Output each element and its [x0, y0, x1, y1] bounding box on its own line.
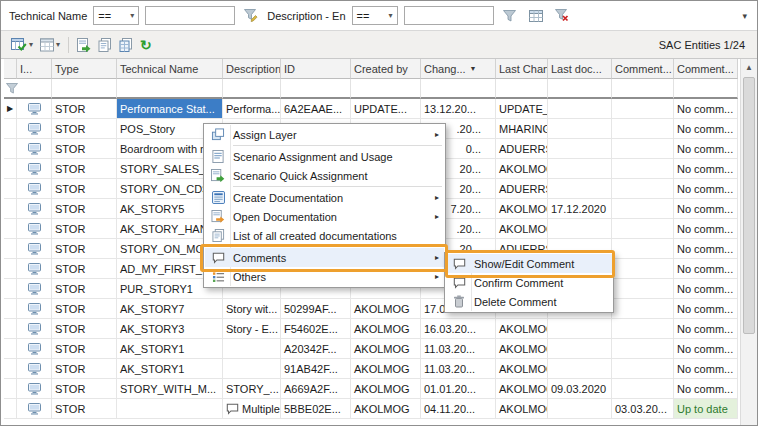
- entity-icon-cell[interactable]: [17, 259, 52, 279]
- cell-created-by[interactable]: AKOLMOG: [351, 359, 421, 379]
- cell-description[interactable]: Performa...: [223, 99, 281, 119]
- cell-comment-date[interactable]: [612, 159, 674, 179]
- view-selector-button[interactable]: ▾: [9, 34, 35, 56]
- cell-comment-status[interactable]: Up to date: [674, 399, 738, 419]
- cell-last-doc[interactable]: [548, 339, 612, 359]
- cell-description[interactable]: Multiple S...: [223, 399, 281, 419]
- cell-last-changed-by[interactable]: MHARING: [496, 119, 548, 139]
- entity-icon-cell[interactable]: [17, 219, 52, 239]
- cell-changed-on[interactable]: 13.12.20...: [421, 99, 496, 119]
- cell-last-doc[interactable]: [548, 159, 612, 179]
- entity-icon-cell[interactable]: [17, 119, 52, 139]
- description-filter-input[interactable]: [404, 6, 494, 25]
- cell-type[interactable]: STOR: [52, 179, 117, 199]
- filter-cell-last-doc[interactable]: [548, 79, 612, 99]
- cell-last-doc[interactable]: [548, 179, 612, 199]
- entity-icon-cell[interactable]: [17, 159, 52, 179]
- cell-technical-name[interactable]: [117, 399, 223, 419]
- cell-created-by[interactable]: AKOLMOG: [351, 339, 421, 359]
- filter-dialog-button[interactable]: [526, 6, 546, 26]
- header-last-changed-by[interactable]: Last Chan...: [496, 59, 548, 79]
- vertical-scrollbar[interactable]: ▲: [740, 59, 757, 425]
- cell-type[interactable]: STOR: [52, 299, 117, 319]
- export-button[interactable]: [75, 34, 93, 56]
- cell-comment-date[interactable]: [612, 119, 674, 139]
- cell-created-by[interactable]: UPDATE...: [351, 99, 421, 119]
- entity-icon-cell[interactable]: [17, 299, 52, 319]
- cell-description[interactable]: [223, 359, 281, 379]
- cell-comment-status[interactable]: No comm...: [674, 279, 738, 299]
- cell-comment-date[interactable]: [612, 359, 674, 379]
- cell-last-changed-by[interactable]: AKOLMOG: [496, 199, 548, 219]
- cell-last-changed-by[interactable]: AKOLMOG: [496, 339, 548, 359]
- entity-icon-cell[interactable]: [17, 319, 52, 339]
- entity-icon-cell[interactable]: [17, 359, 52, 379]
- cell-id[interactable]: 50299AF...: [281, 299, 351, 319]
- cell-comment-date[interactable]: [612, 259, 674, 279]
- cell-comment-date[interactable]: [612, 379, 674, 399]
- cell-type[interactable]: STOR: [52, 399, 117, 419]
- cell-comment-status[interactable]: No comm...: [674, 119, 738, 139]
- menu-item-confirm-comment[interactable]: Confirm Comment: [446, 273, 612, 292]
- filter-cell-created-by[interactable]: [351, 79, 421, 99]
- cell-comment-status[interactable]: No comm...: [674, 339, 738, 359]
- filter-cell-changed-on[interactable]: [421, 79, 496, 99]
- header-type[interactable]: Type: [52, 59, 117, 79]
- cell-last-changed-by[interactable]: AKOLMOG: [496, 379, 548, 399]
- cell-comment-status[interactable]: No comm...: [674, 299, 738, 319]
- panel-expand-caret-icon[interactable]: ▾: [742, 11, 749, 21]
- cell-type[interactable]: STOR: [52, 119, 117, 139]
- cell-technical-name[interactable]: STORY_WITH_M...: [117, 379, 223, 399]
- header-icon-col[interactable]: I...: [17, 59, 52, 79]
- cell-technical-name[interactable]: AK_STORY3: [117, 319, 223, 339]
- header-changed-on[interactable]: Chang...▼: [421, 59, 496, 79]
- scrollbar-thumb[interactable]: [743, 77, 755, 334]
- header-technical-name[interactable]: Technical Name: [117, 59, 223, 79]
- cell-comment-status[interactable]: No comm...: [674, 259, 738, 279]
- cell-comment-status[interactable]: No comm...: [674, 239, 738, 259]
- cell-type[interactable]: STOR: [52, 219, 117, 239]
- cell-comment-status[interactable]: No comm...: [674, 199, 738, 219]
- cell-comment-date[interactable]: [612, 179, 674, 199]
- cell-last-doc[interactable]: [548, 219, 612, 239]
- cell-changed-on[interactable]: 11.03.20...: [421, 339, 496, 359]
- cell-last-changed-by[interactable]: ADUERRS...: [496, 179, 548, 199]
- cell-technical-name[interactable]: AK_STORY7: [117, 299, 223, 319]
- cell-last-doc[interactable]: [548, 99, 612, 119]
- menu-item-others[interactable]: Others ▸: [205, 267, 444, 286]
- cell-last-changed-by[interactable]: AKOLMOG: [496, 219, 548, 239]
- cell-technical-name[interactable]: AK_STORY1: [117, 359, 223, 379]
- cell-comment-status[interactable]: No comm...: [674, 99, 738, 119]
- cell-type[interactable]: STOR: [52, 99, 117, 119]
- cell-last-doc[interactable]: [548, 399, 612, 419]
- cell-type[interactable]: STOR: [52, 279, 117, 299]
- cell-last-doc[interactable]: [548, 139, 612, 159]
- clear-filter-button[interactable]: [552, 6, 572, 26]
- menu-item-scenario-quick-assignment[interactable]: Scenario Quick Assignment: [205, 166, 444, 185]
- cell-type[interactable]: STOR: [52, 239, 117, 259]
- cell-type[interactable]: STOR: [52, 199, 117, 219]
- cell-technical-name[interactable]: Performance Stat...: [117, 99, 223, 119]
- cell-last-changed-by[interactable]: ADUERRS...: [496, 139, 548, 159]
- cell-type[interactable]: STOR: [52, 159, 117, 179]
- entity-icon-cell[interactable]: [17, 339, 52, 359]
- cell-comment-status[interactable]: No comm...: [674, 379, 738, 399]
- cell-type[interactable]: STOR: [52, 339, 117, 359]
- cell-comment-date[interactable]: [612, 339, 674, 359]
- header-description[interactable]: Description: [223, 59, 281, 79]
- header-created-by[interactable]: Created by: [351, 59, 421, 79]
- cell-technical-name[interactable]: AK_STORY1: [117, 339, 223, 359]
- cell-comment-date[interactable]: [612, 219, 674, 239]
- cell-description[interactable]: Story wit...: [223, 299, 281, 319]
- menu-item-show-edit-comment[interactable]: Show/Edit Comment: [446, 254, 612, 273]
- cell-comment-status[interactable]: No comm...: [674, 179, 738, 199]
- cell-comment-date[interactable]: 03.03.20...: [612, 399, 674, 419]
- cell-created-by[interactable]: AKOLMOG: [351, 299, 421, 319]
- entity-icon-cell[interactable]: [17, 399, 52, 419]
- header-comment-date[interactable]: Comment...: [612, 59, 674, 79]
- cell-comment-date[interactable]: [612, 199, 674, 219]
- entity-icon-cell[interactable]: [17, 199, 52, 219]
- cell-comment-date[interactable]: [612, 299, 674, 319]
- cell-description[interactable]: STORY_...: [223, 379, 281, 399]
- cell-changed-on[interactable]: 16.03.20...: [421, 319, 496, 339]
